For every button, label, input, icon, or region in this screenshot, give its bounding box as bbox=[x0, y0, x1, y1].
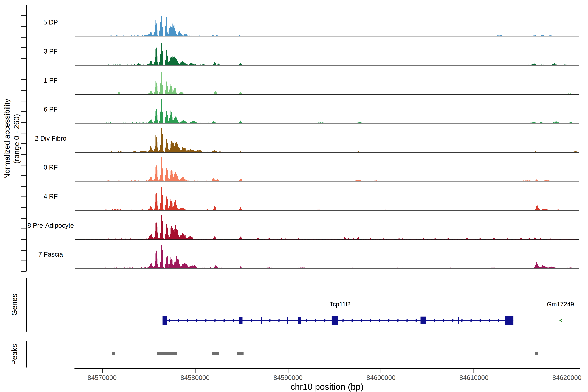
genome-browser-figure: { "y_axis": { "label_line1": "Normalized… bbox=[0, 0, 588, 392]
peak-call-interval bbox=[535, 352, 538, 355]
x-axis-line bbox=[74, 368, 580, 369]
gene-exon bbox=[239, 317, 242, 324]
x-axis-tick bbox=[380, 369, 382, 373]
gene-name-gm17249: Gm17249 bbox=[547, 301, 574, 308]
x-axis-tick bbox=[102, 369, 102, 373]
x-axis-tick-label: 84590000 bbox=[264, 374, 312, 382]
gene-track-canvas bbox=[0, 0, 588, 392]
peak-call-interval bbox=[157, 352, 177, 355]
reverse-strand-gene-icon bbox=[560, 319, 562, 322]
gene-name-tcp11l2: Tcp11l2 bbox=[330, 301, 350, 308]
x-axis-tick-label: 84600000 bbox=[356, 374, 406, 382]
x-axis-tick-label: 84620000 bbox=[542, 374, 588, 382]
x-axis-tick bbox=[566, 369, 568, 373]
gene-exon bbox=[420, 316, 426, 324]
gene-exon bbox=[298, 317, 301, 324]
x-axis-tick bbox=[474, 369, 474, 373]
x-axis-tick bbox=[288, 369, 288, 373]
gene-exon bbox=[162, 316, 167, 325]
x-axis-tick bbox=[195, 369, 196, 373]
gene-exon bbox=[505, 316, 513, 325]
gene-exon bbox=[458, 317, 459, 324]
x-axis-tick-label: 84610000 bbox=[450, 374, 498, 382]
gene-exon bbox=[261, 317, 262, 324]
x-axis-title: chr10 position (bp) bbox=[290, 382, 364, 392]
x-axis-tick-label: 84580000 bbox=[170, 374, 220, 382]
peak-call-interval bbox=[237, 352, 244, 355]
gene-exon bbox=[287, 317, 288, 324]
peak-call-interval bbox=[112, 352, 115, 355]
x-axis-tick-label: 84570000 bbox=[78, 374, 126, 382]
gene-exon bbox=[332, 316, 338, 325]
peak-call-interval bbox=[212, 352, 219, 355]
